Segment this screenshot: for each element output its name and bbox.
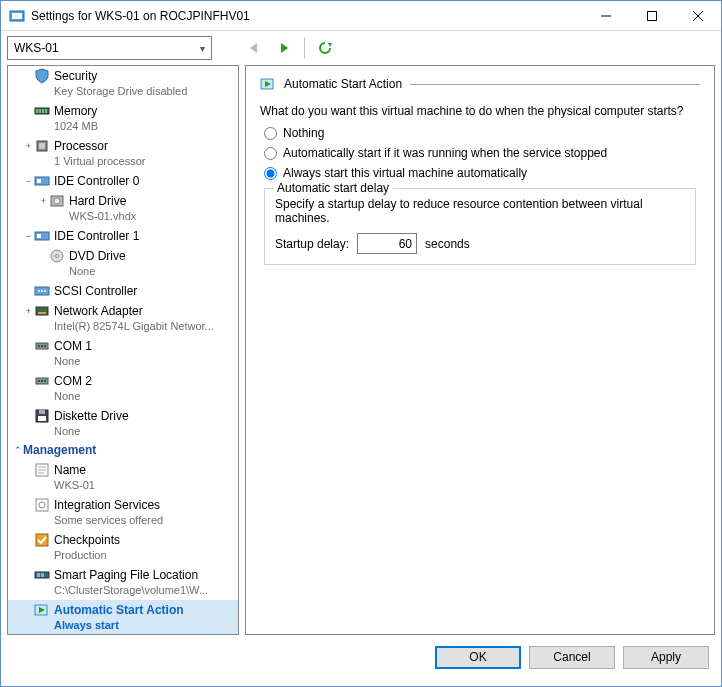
delay-unit: seconds bbox=[425, 237, 470, 251]
group-legend: Automatic start delay bbox=[273, 181, 393, 195]
tree-item-detail: Always start bbox=[23, 618, 238, 633]
radio-always-input[interactable] bbox=[264, 167, 277, 180]
tree-item-detail: None bbox=[23, 424, 238, 439]
radio-nothing-input[interactable] bbox=[264, 127, 277, 140]
radio-previous-input[interactable] bbox=[264, 147, 277, 160]
tree-item-label: Checkpoints bbox=[54, 533, 120, 548]
checkpoint-icon bbox=[34, 532, 50, 548]
svg-rect-39 bbox=[39, 410, 45, 414]
dialog-footer: OK Cancel Apply bbox=[1, 635, 721, 679]
hdd-icon bbox=[49, 193, 65, 209]
tree-expander[interactable]: + bbox=[38, 194, 49, 209]
svg-rect-49 bbox=[37, 573, 40, 577]
tree-item[interactable]: NameWKS-01 bbox=[8, 460, 238, 495]
tree-expander[interactable]: − bbox=[23, 174, 34, 189]
tree-expander[interactable]: − bbox=[23, 229, 34, 244]
svg-rect-15 bbox=[39, 143, 45, 149]
name-icon bbox=[34, 462, 50, 478]
group-description: Specify a startup delay to reduce resour… bbox=[275, 197, 685, 225]
autostart-icon bbox=[260, 76, 276, 92]
ide-icon bbox=[34, 228, 50, 244]
tree-item[interactable]: CheckpointsProduction bbox=[8, 530, 238, 565]
radio-previous[interactable]: Automatically start if it was running wh… bbox=[264, 146, 700, 160]
tree-item[interactable]: +Network AdapterIntel(R) 82574L Gigabit … bbox=[8, 301, 238, 336]
tree-expander[interactable]: + bbox=[23, 304, 34, 319]
ram-icon bbox=[34, 103, 50, 119]
tree-item[interactable]: Automatic Start ActionAlways start bbox=[8, 600, 238, 635]
tree-item-detail: 1 Virtual processor bbox=[23, 154, 238, 169]
tree-item-detail: C:\ClusterStorage\volume1\W... bbox=[23, 583, 238, 598]
svg-marker-7 bbox=[281, 43, 288, 53]
com-icon bbox=[34, 373, 50, 389]
panel-question: What do you want this virtual machine to… bbox=[260, 104, 700, 118]
shield-icon bbox=[34, 68, 50, 84]
tree-item-detail: Intel(R) 82574L Gigabit Networ... bbox=[23, 319, 238, 334]
radio-nothing[interactable]: Nothing bbox=[264, 126, 700, 140]
prev-button[interactable] bbox=[242, 36, 266, 60]
ok-button[interactable]: OK bbox=[435, 646, 521, 669]
refresh-button[interactable] bbox=[313, 36, 337, 60]
cancel-button[interactable]: Cancel bbox=[529, 646, 615, 669]
tree-item[interactable]: −IDE Controller 0 bbox=[8, 171, 238, 191]
tree-item-label: Memory bbox=[54, 104, 97, 119]
svg-point-26 bbox=[41, 290, 43, 292]
section-collapse-icon[interactable]: ⌃ bbox=[12, 443, 23, 458]
svg-marker-6 bbox=[250, 43, 257, 53]
tree-item-label: DVD Drive bbox=[69, 249, 126, 264]
tree-item-detail: Production bbox=[23, 548, 238, 563]
tree-item-label: Diskette Drive bbox=[54, 409, 129, 424]
tree-item[interactable]: +Hard DriveWKS-01.vhdx bbox=[8, 191, 238, 226]
tree-expander[interactable]: + bbox=[23, 139, 34, 154]
tree-item-detail: 1024 MB bbox=[23, 119, 238, 134]
tree-item-label: IDE Controller 0 bbox=[54, 174, 139, 189]
radio-always-label: Always start this virtual machine automa… bbox=[283, 166, 527, 180]
floppy-icon bbox=[34, 408, 50, 424]
apply-button[interactable]: Apply bbox=[623, 646, 709, 669]
tree-item[interactable]: +Processor1 Virtual processor bbox=[8, 136, 238, 171]
tree-item[interactable]: Memory1024 MB bbox=[8, 101, 238, 136]
titlebar: Settings for WKS-01 on ROCJPINFHV01 bbox=[1, 1, 721, 31]
tree-item-label: IDE Controller 1 bbox=[54, 229, 139, 244]
cpu-icon bbox=[34, 138, 50, 154]
tree-item[interactable]: COM 2None bbox=[8, 371, 238, 406]
vm-selector-value: WKS-01 bbox=[14, 41, 59, 55]
tree-item[interactable]: Smart Paging File LocationC:\ClusterStor… bbox=[8, 565, 238, 600]
startup-delay-input[interactable] bbox=[357, 233, 417, 254]
svg-rect-3 bbox=[648, 11, 657, 20]
startup-delay-group: Automatic start delay Specify a startup … bbox=[264, 188, 696, 265]
tree-item-label: COM 1 bbox=[54, 339, 92, 354]
svg-point-25 bbox=[38, 290, 40, 292]
minimize-button[interactable] bbox=[583, 1, 629, 31]
svg-rect-13 bbox=[45, 109, 47, 113]
tree-item-detail: None bbox=[23, 354, 238, 369]
svg-point-23 bbox=[56, 255, 59, 258]
content-area: SecurityKey Storage Drive disabledMemory… bbox=[1, 65, 721, 635]
tree-item[interactable]: Integration ServicesSome services offere… bbox=[8, 495, 238, 530]
nic-icon bbox=[34, 303, 50, 319]
maximize-button[interactable] bbox=[629, 1, 675, 31]
tree-item[interactable]: Diskette DriveNone bbox=[8, 406, 238, 441]
radio-always[interactable]: Always start this virtual machine automa… bbox=[264, 166, 700, 180]
settings-tree[interactable]: SecurityKey Storage Drive disabledMemory… bbox=[7, 65, 239, 635]
chevron-down-icon: ▾ bbox=[200, 43, 205, 54]
tree-item-label: Automatic Start Action bbox=[54, 603, 184, 618]
panel-title-rule bbox=[410, 84, 700, 85]
tree-item[interactable]: COM 1None bbox=[8, 336, 238, 371]
app-icon bbox=[9, 8, 25, 24]
management-section[interactable]: ⌃Management bbox=[8, 441, 238, 460]
paging-icon bbox=[34, 567, 50, 583]
toolbar-separator bbox=[304, 37, 305, 59]
svg-point-33 bbox=[44, 345, 46, 347]
svg-point-32 bbox=[41, 345, 43, 347]
delay-label: Startup delay: bbox=[275, 237, 349, 251]
vm-selector[interactable]: WKS-01 ▾ bbox=[7, 36, 212, 60]
svg-rect-21 bbox=[37, 234, 41, 238]
tree-item[interactable]: SecurityKey Storage Drive disabled bbox=[8, 66, 238, 101]
tree-item[interactable]: SCSI Controller bbox=[8, 281, 238, 301]
svg-rect-10 bbox=[36, 109, 38, 113]
next-button[interactable] bbox=[272, 36, 296, 60]
close-button[interactable] bbox=[675, 1, 721, 31]
svg-rect-17 bbox=[37, 179, 41, 183]
tree-item[interactable]: DVD DriveNone bbox=[8, 246, 238, 281]
tree-item[interactable]: −IDE Controller 1 bbox=[8, 226, 238, 246]
